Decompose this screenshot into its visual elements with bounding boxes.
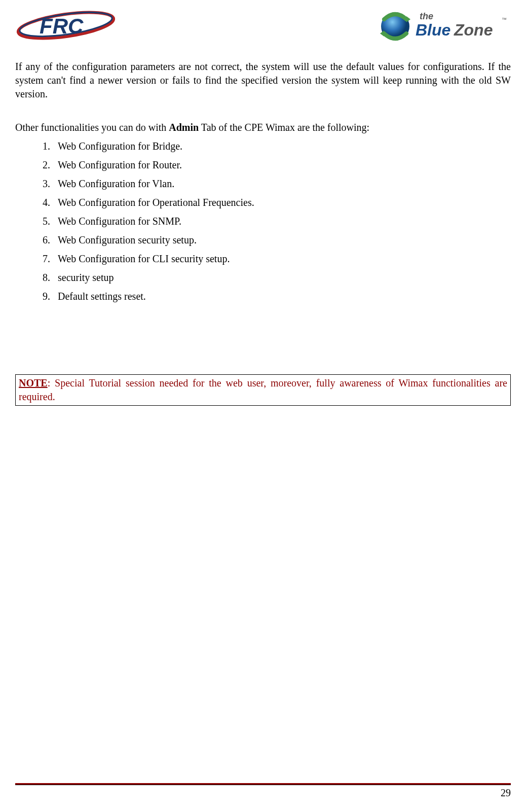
svg-text:Zone: Zone: [454, 21, 493, 39]
footer-divider: [15, 783, 511, 785]
list-item-text: Default settings reset.: [58, 290, 146, 303]
svg-text:Blue: Blue: [416, 21, 450, 39]
intro-bold: Admin: [169, 122, 199, 133]
list-item-text: Web Configuration for Router.: [58, 158, 182, 172]
paragraph-intro: If any of the configuration parameters a…: [15, 60, 511, 101]
list-item: 7.Web Configuration for CLI security set…: [43, 252, 511, 266]
list-item-text: Web Configuration for Operational Freque…: [58, 196, 254, 209]
list-intro: Other functionalities you can do with Ad…: [15, 120, 511, 134]
list-item-text: Web Configuration for Bridge.: [58, 139, 182, 153]
note-text: : Special Tutorial session needed for th…: [19, 377, 507, 402]
intro-prefix: Other functionalities you can do with: [15, 122, 169, 133]
list-item: 6.Web Configuration security setup.: [43, 233, 511, 247]
list-item: 2.Web Configuration for Router.: [43, 158, 511, 172]
intro-suffix: Tab of the CPE Wimax are the following:: [199, 122, 369, 133]
list-item: 1.Web Configuration for Bridge.: [43, 139, 511, 153]
list-item-text: security setup: [58, 271, 114, 285]
list-item: 3.Web Configuration for Vlan.: [43, 177, 511, 191]
list-item: 4.Web Configuration for Operational Freq…: [43, 196, 511, 209]
note-box: NOTE: Special Tutorial session needed fo…: [15, 374, 511, 406]
note-label: NOTE: [19, 377, 48, 389]
svg-text:™: ™: [502, 17, 507, 22]
svg-text:the: the: [420, 11, 433, 21]
list-item: 9.Default settings reset.: [43, 290, 511, 303]
list-item-text: Web Configuration security setup.: [58, 233, 197, 247]
bluezone-logo: the Blue Zone ™: [374, 4, 511, 47]
page-number: 29: [15, 787, 511, 799]
list-item-text: Web Configuration for CLI security setup…: [58, 252, 230, 266]
page-header: FRC the Blue Zone ™: [15, 0, 511, 51]
list-item-text: Web Configuration for Vlan.: [58, 177, 174, 191]
page-footer: 29: [15, 783, 511, 799]
frc-logo: FRC: [15, 4, 117, 45]
list-item: 8.security setup: [43, 271, 511, 285]
list-item: 5.Web Configuration for SNMP.: [43, 215, 511, 228]
list-item-text: Web Configuration for SNMP.: [58, 215, 181, 228]
svg-text:FRC: FRC: [40, 14, 84, 38]
functionality-list: 1.Web Configuration for Bridge. 2.Web Co…: [43, 139, 511, 303]
